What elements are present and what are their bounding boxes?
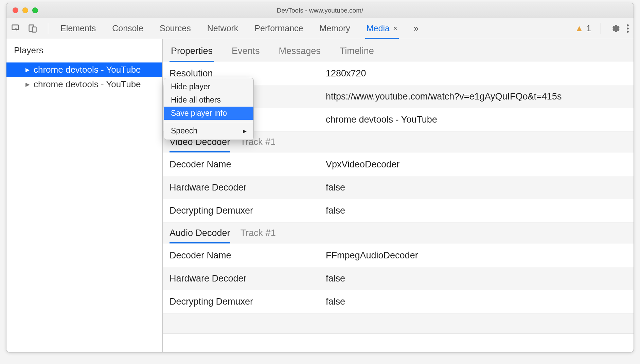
- property-row: Hardware Decoder false: [163, 267, 634, 290]
- tab-console[interactable]: Console: [112, 18, 143, 39]
- context-menu-item-label: Hide all others: [171, 95, 221, 105]
- property-value: false: [319, 177, 634, 198]
- more-tabs-icon[interactable]: »: [414, 23, 419, 34]
- property-name: [163, 318, 319, 329]
- tab-label: Network: [207, 23, 238, 33]
- tab-label: Performance: [254, 23, 303, 33]
- titlebar: DevTools - www.youtube.com/: [6, 3, 634, 18]
- tab-label: Sources: [160, 23, 191, 33]
- warning-count: 1: [586, 23, 591, 33]
- svg-point-4: [627, 28, 629, 30]
- tab-label: Elements: [60, 23, 96, 33]
- property-value: chrome devtools - YouTube: [319, 109, 634, 130]
- subtab-label: Properties: [171, 46, 213, 56]
- player-item-label: chrome devtools - YouTube: [34, 79, 141, 90]
- toolbar-divider: [601, 23, 601, 34]
- property-value: https://www.youtube.com/watch?v=e1gAyQuI…: [319, 86, 634, 107]
- property-row: Decrypting Demuxer false: [163, 199, 634, 222]
- gear-icon[interactable]: [610, 24, 620, 33]
- property-name: Decrypting Demuxer: [163, 200, 319, 221]
- tab-media[interactable]: Media ×: [367, 18, 397, 39]
- property-value: [319, 318, 634, 329]
- section-name: Audio Decoder: [170, 223, 230, 243]
- subtab-messages[interactable]: Messages: [278, 42, 322, 62]
- property-value: FFmpegAudioDecoder: [319, 245, 634, 266]
- main-toolbar: Elements Console Sources Network Perform…: [6, 18, 634, 39]
- property-row: Decoder Name VpxVideoDecoder: [163, 153, 634, 176]
- context-menu-separator: [164, 122, 253, 122]
- context-menu-item-hide-others[interactable]: Hide all others: [164, 93, 253, 107]
- player-item[interactable]: ▶ chrome devtools - YouTube: [6, 77, 162, 92]
- minimize-window-button[interactable]: [22, 7, 28, 13]
- svg-point-5: [627, 31, 629, 33]
- property-name: Hardware Decoder: [163, 177, 319, 198]
- tab-elements[interactable]: Elements: [60, 18, 96, 39]
- warning-icon: ▲: [575, 23, 584, 34]
- player-item-label: chrome devtools - YouTube: [34, 65, 141, 75]
- property-name: Decrypting Demuxer: [163, 291, 319, 312]
- subtab-label: Timeline: [340, 46, 374, 56]
- property-name: Hardware Decoder: [163, 268, 319, 289]
- context-menu-item-label: Save player info: [171, 109, 227, 118]
- toolbar-left: [11, 23, 52, 34]
- players-sidebar: Players ▶ chrome devtools - YouTube ▶ ch…: [6, 39, 163, 352]
- panel-subtabs: Properties Events Messages Timeline: [163, 39, 634, 62]
- property-row: Decoder Name FFmpegAudioDecoder: [163, 244, 634, 267]
- tab-label: Media: [367, 23, 390, 33]
- subtab-timeline[interactable]: Timeline: [338, 42, 375, 62]
- window-title: DevTools - www.youtube.com/: [6, 7, 634, 14]
- section-track: Track #1: [241, 228, 276, 238]
- svg-point-3: [627, 24, 629, 26]
- subtab-events[interactable]: Events: [230, 42, 261, 62]
- zoom-window-button[interactable]: [32, 7, 38, 13]
- window-controls: [13, 7, 38, 13]
- toolbar-right: ▲ 1: [575, 23, 629, 34]
- toolbar-divider: [48, 23, 48, 34]
- property-value: 1280x720: [319, 63, 634, 84]
- subtab-label: Messages: [279, 46, 321, 56]
- inspect-icon[interactable]: [11, 23, 21, 34]
- devtools-window: DevTools - www.youtube.com/ Elements Con…: [6, 3, 634, 352]
- panel-tabs: Elements Console Sources Network Perform…: [60, 18, 575, 39]
- context-menu-item-label: Hide player: [171, 82, 210, 91]
- tab-memory[interactable]: Memory: [319, 18, 350, 39]
- subtab-label: Events: [232, 46, 260, 56]
- kebab-icon[interactable]: [626, 24, 629, 33]
- context-menu-item-speech[interactable]: Speech ▶: [164, 124, 253, 138]
- property-value: false: [319, 200, 634, 221]
- device-toggle-icon[interactable]: [28, 23, 38, 34]
- property-row: Decrypting Demuxer false: [163, 290, 634, 313]
- tab-network[interactable]: Network: [207, 18, 238, 39]
- context-menu-item-label: Speech: [171, 126, 197, 135]
- sidebar-title: Players: [6, 39, 162, 62]
- chevron-right-icon: ▶: [243, 128, 247, 134]
- property-value: VpxVideoDecoder: [319, 154, 634, 175]
- warning-badge[interactable]: ▲ 1: [575, 23, 591, 34]
- main-body: Players ▶ chrome devtools - YouTube ▶ ch…: [6, 39, 634, 352]
- property-name: Decoder Name: [163, 245, 319, 266]
- close-icon[interactable]: ×: [393, 24, 397, 33]
- subtab-properties[interactable]: Properties: [170, 42, 214, 62]
- context-menu-item-hide-player[interactable]: Hide player: [164, 80, 253, 93]
- player-item[interactable]: ▶ chrome devtools - YouTube: [6, 62, 162, 77]
- property-value: false: [319, 268, 634, 289]
- svg-rect-2: [32, 27, 36, 32]
- context-menu-item-save-player-info[interactable]: Save player info: [164, 107, 253, 120]
- property-row-empty: [163, 313, 634, 334]
- section-audio-decoder: Audio Decoder Track #1: [163, 222, 634, 244]
- tab-label: Memory: [319, 23, 350, 33]
- property-value: false: [319, 291, 634, 312]
- tab-performance[interactable]: Performance: [254, 18, 303, 39]
- property-name: Decoder Name: [163, 154, 319, 175]
- triangle-icon: ▶: [25, 67, 30, 73]
- property-row: Hardware Decoder false: [163, 176, 634, 199]
- close-window-button[interactable]: [13, 7, 18, 13]
- tab-sources[interactable]: Sources: [160, 18, 191, 39]
- context-menu: Hide player Hide all others Save player …: [164, 78, 254, 140]
- triangle-icon: ▶: [25, 81, 30, 88]
- tab-label: Console: [112, 23, 143, 33]
